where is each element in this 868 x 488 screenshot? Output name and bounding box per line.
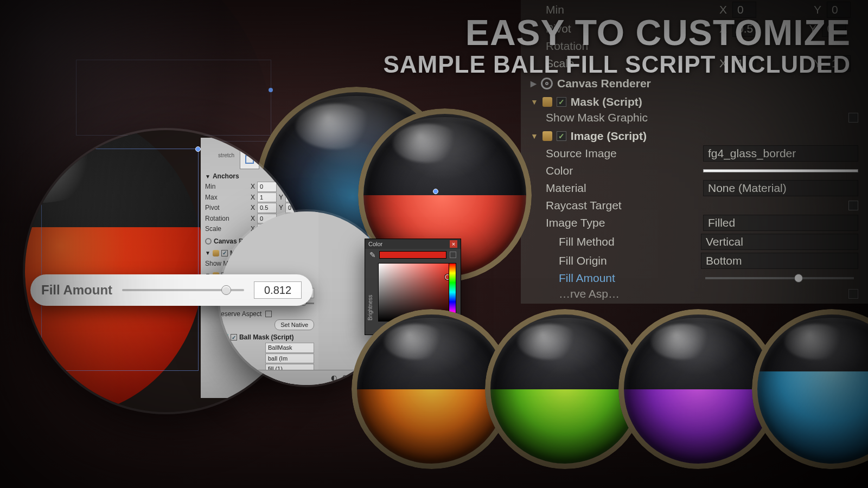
- image-header[interactable]: Image (Script): [571, 130, 647, 143]
- mini-min-x[interactable]: 0: [257, 182, 277, 192]
- image-component-icon: [542, 131, 552, 141]
- fill-origin-label: Fill Origin: [559, 254, 701, 267]
- mini-preserve-aspect-label: Preserve Aspect: [220, 309, 263, 319]
- mask-header[interactable]: Mask (Script): [571, 95, 642, 108]
- component-icon: [205, 238, 212, 245]
- mini-ballmask-header[interactable]: Ball Mask (Script): [239, 332, 294, 342]
- image-type-field[interactable]: Filled: [703, 215, 858, 231]
- preserve-aspect-label: …rve Asp…: [559, 287, 848, 300]
- fill-amount-pill-label: Fill Amount: [41, 282, 112, 298]
- fill-amount-pill-slider[interactable]: [122, 289, 244, 291]
- image-enabled-checkbox[interactable]: [557, 131, 566, 141]
- mini-pivot-label: Pivot: [205, 203, 248, 213]
- anchors-header[interactable]: Anchors: [213, 171, 239, 181]
- selection-rect: [41, 149, 199, 371]
- show-mask-graphic-checkbox[interactable]: [848, 113, 858, 123]
- source-image-field[interactable]: fg4_glass_border: [703, 145, 858, 162]
- color-variants-row: [352, 309, 868, 483]
- stretch-v-label: stretch: [218, 151, 234, 159]
- variant-ball-cyan: [752, 309, 868, 469]
- fill-origin-field[interactable]: Bottom: [701, 253, 858, 269]
- mini-ballmask-checkbox[interactable]: [231, 334, 237, 341]
- mini-preserve-aspect-checkbox[interactable]: [265, 311, 272, 317]
- fill-amount-pill: Fill Amount 0.812: [30, 274, 312, 306]
- status-count-a: 0: [342, 374, 346, 382]
- mini-max-label: Max: [205, 192, 248, 202]
- mask-component-icon: [542, 97, 552, 107]
- image-type-label: Image Type: [546, 216, 703, 229]
- raycast-target-checkbox[interactable]: [848, 201, 858, 210]
- mini-max-x[interactable]: 1: [257, 192, 277, 203]
- close-button[interactable]: ×: [450, 240, 457, 248]
- set-native-size-button[interactable]: Set Native: [275, 319, 314, 331]
- headline-subtitle: SAMPLE BALL FILL SCRIPT INCLUDED: [384, 51, 851, 78]
- mini-rotation-label: Rotation: [205, 214, 248, 223]
- mask-icon: [213, 250, 219, 256]
- eyedropper-icon[interactable]: ✎: [369, 251, 376, 259]
- color-label: Color: [546, 164, 703, 177]
- mini-mask-ref-field[interactable]: ball (Im: [265, 354, 314, 364]
- show-mask-graphic-label: Show Mask Graphic: [546, 111, 848, 124]
- mini-mask-checkbox[interactable]: [221, 250, 228, 256]
- mini-scale-label: Scale: [205, 224, 248, 234]
- fill-amount-slider[interactable]: [705, 277, 854, 279]
- headline-title: EASY TO CUSTOMIZE: [384, 12, 851, 53]
- color-picker-title: Color: [368, 241, 382, 247]
- mini-script-field[interactable]: BallMask: [265, 343, 314, 353]
- fill-method-field[interactable]: Vertical: [701, 234, 858, 250]
- fill-amount-label: Fill Amount: [559, 272, 701, 285]
- canvas-renderer-header[interactable]: Canvas Renderer: [557, 77, 651, 90]
- raycast-target-label: Raycast Target: [546, 199, 848, 212]
- mini-min-label: Min: [205, 182, 248, 191]
- editor-wireframe: [76, 60, 271, 136]
- fill-amount-pill-value[interactable]: 0.812: [254, 281, 302, 299]
- selection-handle[interactable]: [433, 189, 438, 194]
- canvas-renderer-icon: [541, 78, 553, 89]
- source-image-label: Source Image: [546, 147, 703, 160]
- material-field[interactable]: None (Material): [703, 180, 858, 196]
- current-color-swatch[interactable]: [379, 251, 446, 259]
- mini-pivot-x[interactable]: 0.5: [257, 203, 277, 213]
- status-icon: ◐: [331, 374, 337, 382]
- marketing-headline: EASY TO CUSTOMIZE SAMPLE BALL FILL SCRIP…: [384, 12, 851, 78]
- material-label: Material: [546, 182, 703, 195]
- mask-enabled-checkbox[interactable]: [557, 97, 566, 107]
- color-preset-icon[interactable]: [450, 252, 456, 258]
- color-swatch-field[interactable]: [703, 169, 858, 172]
- fill-method-label: Fill Method: [559, 235, 701, 248]
- preserve-aspect-checkbox[interactable]: [848, 289, 858, 299]
